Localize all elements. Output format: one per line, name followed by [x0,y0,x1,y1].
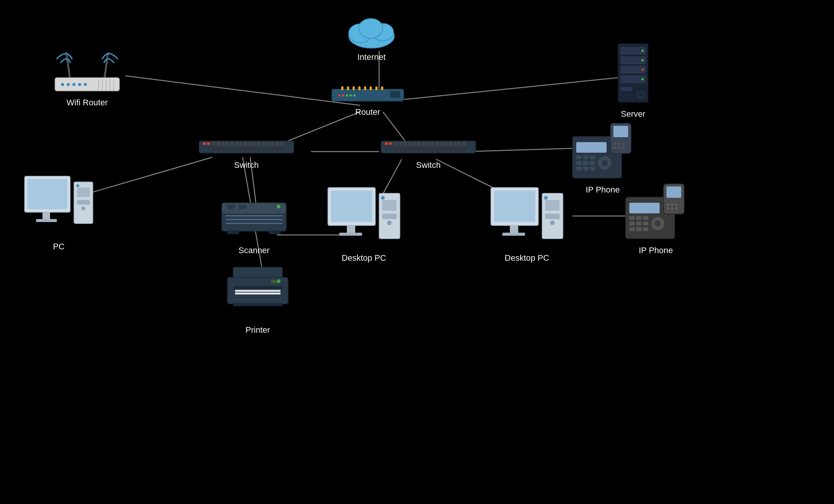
svg-rect-151 [36,219,57,222]
svg-rect-95 [394,142,397,146]
svg-rect-61 [217,142,220,146]
desktop-pc-1-icon [326,186,402,250]
svg-point-192 [671,207,673,210]
svg-rect-139 [576,161,582,165]
switch-left-label: Switch [234,160,259,170]
svg-rect-150 [42,212,50,220]
svg-point-135 [622,147,624,149]
svg-rect-199 [643,222,648,225]
printer-node: Printer [224,265,292,335]
svg-rect-173 [382,214,397,219]
router-icon [330,83,406,104]
printer-icon [224,265,292,322]
svg-rect-98 [408,142,411,146]
svg-rect-149 [27,179,67,209]
svg-point-156 [76,184,79,187]
pc-node: PC [23,174,95,252]
svg-rect-59 [207,142,210,145]
svg-rect-136 [576,155,582,159]
svg-point-36 [61,83,64,86]
svg-rect-32 [390,91,400,98]
network-diagram: Internet [0,0,834,504]
svg-rect-145 [576,142,607,153]
svg-point-53 [641,69,644,71]
svg-point-162 [277,205,281,208]
switch-left-node: Switch [197,136,296,170]
svg-rect-120 [435,147,438,151]
svg-rect-110 [462,142,466,146]
svg-rect-115 [412,147,415,151]
svg-rect-121 [440,147,443,151]
svg-point-51 [641,50,644,52]
svg-rect-126 [462,147,466,151]
wifi-router-label: Wifi Router [67,98,108,108]
svg-rect-82 [240,147,243,151]
svg-rect-117 [422,147,425,151]
svg-rect-195 [636,216,641,220]
svg-line-33 [66,53,70,80]
svg-rect-165 [227,230,239,234]
svg-rect-21 [353,86,355,90]
svg-rect-90 [276,147,279,151]
svg-point-17 [359,19,383,38]
svg-rect-96 [399,142,402,146]
svg-rect-85 [253,147,256,151]
ip-phone-2-icon [622,182,690,243]
svg-line-1 [125,76,360,105]
svg-rect-63 [226,142,229,146]
svg-point-31 [353,94,356,97]
desktop-pc-1-node: Desktop PC [326,186,402,263]
svg-line-2 [402,76,637,100]
internet-icon [341,11,402,49]
svg-rect-69 [253,142,256,146]
svg-rect-104 [435,142,438,146]
svg-point-40 [84,83,87,86]
svg-rect-197 [629,222,635,225]
svg-rect-20 [347,86,349,90]
switch-left-icon [197,136,296,157]
svg-point-205 [655,221,661,227]
svg-rect-84 [249,147,252,151]
svg-rect-106 [444,142,447,146]
svg-rect-125 [458,147,461,151]
svg-point-133 [614,147,616,149]
svg-rect-178 [510,225,518,234]
internet-label: Internet [357,52,386,62]
svg-rect-73 [271,142,274,146]
desktop-pc-2-node: Desktop PC [489,186,565,263]
svg-rect-78 [221,147,224,151]
svg-point-37 [67,83,70,86]
svg-point-56 [638,92,644,98]
svg-rect-172 [382,200,397,211]
svg-rect-111 [394,147,397,151]
svg-rect-159 [226,215,282,216]
svg-rect-66 [240,142,243,146]
svg-rect-154 [77,200,90,205]
svg-rect-170 [339,233,362,236]
router-label: Router [355,107,380,117]
svg-point-188 [667,203,669,206]
svg-rect-168 [331,191,372,222]
svg-point-29 [346,94,348,97]
svg-rect-209 [235,290,281,292]
svg-rect-124 [453,147,456,151]
switch-right-icon [379,136,478,157]
svg-point-54 [641,78,644,80]
svg-rect-157 [222,212,286,231]
switch-right-label: Switch [416,160,441,170]
svg-rect-114 [408,147,411,151]
svg-rect-138 [590,155,595,159]
svg-rect-169 [347,225,355,234]
pc-label: PC [53,242,65,252]
svg-rect-65 [235,142,238,146]
svg-rect-179 [502,233,525,236]
router-node: Router [330,83,406,117]
svg-rect-164 [239,205,246,209]
svg-rect-153 [77,188,90,197]
svg-rect-102 [426,142,429,146]
svg-point-130 [614,143,616,145]
svg-rect-203 [629,203,660,213]
svg-rect-60 [212,142,215,146]
svg-rect-140 [583,161,588,165]
svg-rect-26 [381,86,383,90]
